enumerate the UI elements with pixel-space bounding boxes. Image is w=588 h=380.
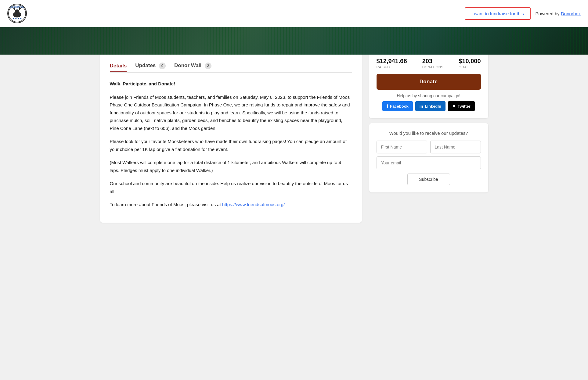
right-panel: $12,941.68 RAISED 203 DONATIONS $10,000 …: [369, 52, 488, 192]
tab-details[interactable]: Details: [110, 60, 127, 72]
powered-by: Powered by Donorbox: [536, 11, 581, 16]
header-right: I want to fundraise for this Powered by …: [465, 7, 581, 20]
tabs: Details Updates 0 Donor Wall 2: [110, 60, 352, 73]
donations-label: DONATIONS: [422, 65, 444, 69]
twitter-share-button[interactable]: ✕ Twitter: [448, 101, 475, 111]
raised-value: $12,941.68: [377, 58, 407, 65]
share-buttons: f Facebook in LinkedIn ✕ Twitter: [377, 101, 481, 111]
stats-card: $12,941.68 RAISED 203 DONATIONS $10,000 …: [369, 52, 488, 118]
goal-label: GOAL: [459, 65, 481, 69]
linkedin-icon: in: [420, 104, 423, 109]
paragraph-4: Our school and community are beautiful o…: [110, 180, 352, 195]
linkedin-share-button[interactable]: in LinkedIn: [415, 101, 446, 111]
raised-label: RAISED: [377, 65, 407, 69]
facebook-label: Facebook: [390, 104, 409, 109]
stat-donations: 203 DONATIONS: [422, 58, 444, 69]
facebook-share-button[interactable]: f Facebook: [382, 101, 413, 111]
share-section: Help us by sharing our campaign! f Faceb…: [377, 93, 481, 111]
stats-row: $12,941.68 RAISED 203 DONATIONS $10,000 …: [377, 58, 481, 69]
logo: ★ ★ ★ ★ FRIENDS OF MOOS: [7, 4, 27, 23]
paragraph-2: Please look for your favorite Moosketeer…: [110, 138, 352, 153]
subscribe-card: Would you like to receive our updates? S…: [369, 123, 488, 192]
subscribe-title: Would you like to receive our updates?: [377, 131, 481, 136]
paragraph-1: Please join Friends of Moos students, te…: [110, 93, 352, 132]
hero-banner: [0, 27, 588, 55]
stat-goal: $10,000 GOAL: [459, 58, 481, 69]
stat-raised: $12,941.68 RAISED: [377, 58, 407, 69]
main-container: Details Updates 0 Donor Wall 2 Walk, Par…: [93, 55, 496, 235]
linkedin-label: LinkedIn: [425, 104, 441, 109]
subscribe-button[interactable]: Subscribe: [407, 174, 450, 185]
svg-point-2: [15, 9, 20, 14]
donor-wall-badge: 2: [205, 63, 211, 69]
svg-text:★ ★ ★ ★: ★ ★ ★ ★: [13, 17, 21, 20]
content-area: Walk, Participate, and Donate! Please jo…: [110, 80, 352, 209]
last-name-input[interactable]: [430, 141, 481, 153]
name-row: [377, 141, 481, 153]
email-input[interactable]: [377, 156, 481, 169]
donorbox-link[interactable]: Donorbox: [561, 11, 581, 16]
updates-badge: 0: [159, 63, 166, 69]
left-panel: Details Updates 0 Donor Wall 2 Walk, Par…: [100, 52, 362, 223]
tab-updates[interactable]: Updates 0: [135, 60, 166, 73]
donate-button[interactable]: Donate: [377, 74, 481, 90]
paragraph-3: (Most Walkers will complete one lap for …: [110, 159, 352, 174]
paragraph-5: To learn more about Friends of Moos, ple…: [110, 201, 352, 209]
website-link[interactable]: https://www.friendsofmoos.org/: [222, 202, 285, 207]
logo-area: ★ ★ ★ ★ FRIENDS OF MOOS: [7, 4, 27, 23]
share-label: Help us by sharing our campaign!: [377, 93, 481, 98]
facebook-icon: f: [387, 104, 388, 109]
twitter-label: Twitter: [458, 104, 471, 109]
first-name-input[interactable]: [377, 141, 427, 153]
svg-text:FRIENDS OF MOOS: FRIENDS OF MOOS: [10, 6, 24, 8]
goal-value: $10,000: [459, 58, 481, 65]
tab-donor-wall[interactable]: Donor Wall 2: [174, 60, 211, 73]
twitter-x-icon: ✕: [452, 104, 456, 109]
header: ★ ★ ★ ★ FRIENDS OF MOOS I want to fundra…: [0, 0, 588, 27]
intro-text: Walk, Participate, and Donate!: [110, 81, 175, 86]
fundraise-button[interactable]: I want to fundraise for this: [465, 7, 531, 20]
donations-value: 203: [422, 58, 444, 65]
